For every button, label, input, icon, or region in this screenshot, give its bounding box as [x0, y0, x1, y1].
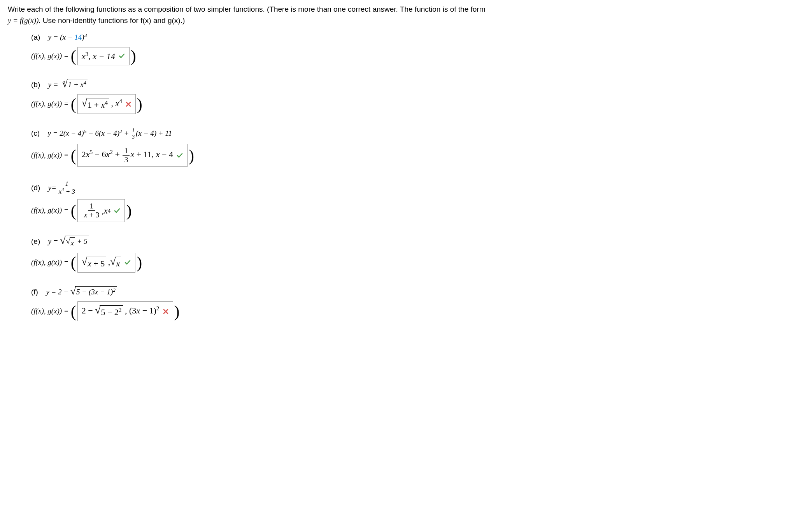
open-paren: ( [71, 147, 76, 164]
answer-d: (f(x), g(x)) = ( 1x + 3, x4 ) [31, 199, 788, 222]
check-icon [114, 207, 121, 214]
answer-label: (f(x), g(x)) = [31, 306, 69, 317]
problem-e: (e) y = √√x + 5 (f(x), g(x)) = ( √x + 5 … [31, 236, 788, 273]
answer-input-b[interactable]: √1 + x4 , x4 [77, 94, 136, 114]
close-paren: ) [174, 303, 180, 320]
answer-input-c[interactable]: 2x5 − 6x2 + 13x + 11, x − 4 [77, 144, 188, 167]
problem-a: (a) y = (x − 14)3 (f(x), g(x)) = ( x3, x… [31, 32, 788, 65]
part-label-a: (a) [31, 32, 40, 43]
instruction-text-1: Write each of the following functions as… [8, 5, 486, 13]
answer-label: (f(x), g(x)) = [31, 51, 69, 62]
problem-f: (f) y = 2 − √5 − (3x − 1)2 (f(x), g(x)) … [31, 286, 788, 322]
part-label-f: (f) [31, 287, 38, 298]
close-paren: ) [131, 48, 136, 64]
close-paren: ) [189, 147, 194, 164]
close-paren: ) [137, 254, 142, 271]
open-paren: ( [71, 254, 76, 271]
answer-label: (f(x), g(x)) = [31, 98, 69, 110]
problem-c: (c) y = 2(x − 4)5 − 6(x − 4)2 + 13(x − 4… [31, 128, 788, 167]
question-b: (b) y = 3√1 + x4 [31, 79, 788, 91]
question-c: (c) y = 2(x − 4)5 − 6(x − 4)2 + 13(x − 4… [31, 128, 788, 140]
question-a: (a) y = (x − 14)3 [31, 32, 788, 43]
check-icon [176, 152, 183, 159]
answer-label: (f(x), g(x)) = [31, 205, 69, 216]
question-f: (f) y = 2 − √5 − (3x − 1)2 [31, 286, 788, 298]
instruction-formula: y = f(g(x)) [8, 16, 39, 24]
answer-b: (f(x), g(x)) = ( √1 + x4 , x4 ) [31, 94, 788, 114]
question-e: (e) y = √√x + 5 [31, 236, 788, 249]
open-paren: ( [71, 96, 76, 112]
answer-input-d[interactable]: 1x + 3, x4 [77, 199, 125, 222]
close-paren: ) [137, 96, 142, 112]
instruction-text-2: . Use non-identity functions for f(x) an… [39, 16, 185, 24]
answer-a: (f(x), g(x)) = ( x3, x − 14 ) [31, 47, 788, 65]
open-paren: ( [71, 203, 76, 219]
open-paren: ( [71, 303, 76, 320]
problem-d: (d) y = 1x4 + 3 (f(x), g(x)) = ( 1x + 3,… [31, 180, 788, 222]
answer-input-e[interactable]: √x + 5 ,√x [77, 253, 136, 273]
answer-c: (f(x), g(x)) = ( 2x5 − 6x2 + 13x + 11, x… [31, 144, 788, 167]
question-d: (d) y = 1x4 + 3 [31, 180, 788, 196]
answer-label: (f(x), g(x)) = [31, 257, 69, 268]
problem-b: (b) y = 3√1 + x4 (f(x), g(x)) = ( √1 + x… [31, 79, 788, 114]
close-paren: ) [126, 203, 131, 219]
part-label-c: (c) [31, 128, 40, 139]
check-icon [124, 259, 131, 266]
answer-label: (f(x), g(x)) = [31, 150, 69, 161]
instructions: Write each of the following functions as… [8, 4, 788, 26]
answer-e: (f(x), g(x)) = ( √x + 5 ,√x ) [31, 253, 788, 273]
part-label-d: (d) [31, 182, 40, 194]
answer-input-a[interactable]: x3, x − 14 [77, 47, 130, 65]
part-label-e: (e) [31, 236, 40, 247]
cross-icon [125, 101, 131, 107]
part-label-b: (b) [31, 79, 40, 91]
answer-input-f[interactable]: 2 − √5 − 22 , (3x − 1)2 [77, 301, 173, 321]
open-paren: ( [71, 48, 76, 64]
answer-f: (f(x), g(x)) = ( 2 − √5 − 22 , (3x − 1)2… [31, 301, 788, 321]
check-icon [118, 52, 125, 60]
cross-icon [163, 308, 169, 315]
